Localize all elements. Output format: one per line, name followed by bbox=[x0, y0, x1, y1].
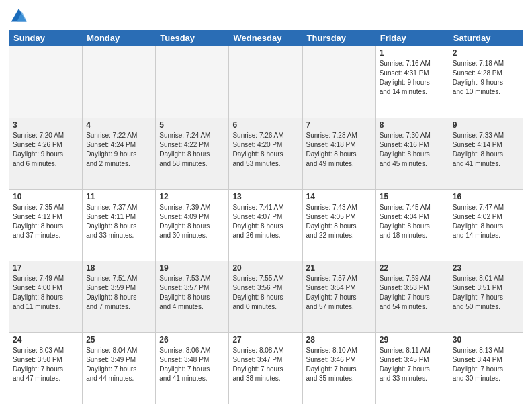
header bbox=[9, 7, 523, 26]
day-info: Sunrise: 7:39 AM Sunset: 4:09 PM Dayligh… bbox=[159, 203, 225, 240]
weekday-header: Tuesday bbox=[156, 30, 229, 46]
day-info: Sunrise: 8:04 AM Sunset: 3:49 PM Dayligh… bbox=[86, 346, 152, 383]
calendar-empty bbox=[229, 46, 302, 118]
day-info: Sunrise: 7:51 AM Sunset: 3:59 PM Dayligh… bbox=[86, 274, 152, 312]
calendar: SundayMondayTuesdayWednesdayThursdayFrid… bbox=[9, 30, 523, 404]
day-number: 8 bbox=[380, 120, 445, 130]
day-number: 5 bbox=[159, 120, 225, 130]
day-number: 7 bbox=[306, 120, 372, 130]
calendar-empty bbox=[9, 46, 83, 118]
day-number: 10 bbox=[13, 192, 79, 201]
calendar-day: 10Sunrise: 7:35 AM Sunset: 4:12 PM Dayli… bbox=[9, 190, 83, 261]
day-info: Sunrise: 7:49 AM Sunset: 4:00 PM Dayligh… bbox=[13, 274, 79, 312]
day-number: 1 bbox=[380, 48, 445, 58]
day-info: Sunrise: 7:55 AM Sunset: 3:56 PM Dayligh… bbox=[232, 274, 298, 312]
calendar-day: 4Sunrise: 7:22 AM Sunset: 4:24 PM Daylig… bbox=[83, 118, 156, 189]
day-number: 23 bbox=[453, 263, 519, 273]
calendar-week: 24Sunrise: 8:03 AM Sunset: 3:50 PM Dayli… bbox=[9, 333, 523, 404]
calendar-day: 23Sunrise: 8:01 AM Sunset: 3:51 PM Dayli… bbox=[449, 261, 523, 332]
day-number: 17 bbox=[13, 263, 79, 273]
calendar-day: 12Sunrise: 7:39 AM Sunset: 4:09 PM Dayli… bbox=[156, 190, 229, 261]
day-number: 22 bbox=[380, 263, 445, 273]
day-number: 11 bbox=[86, 192, 152, 201]
calendar-day: 30Sunrise: 8:13 AM Sunset: 3:44 PM Dayli… bbox=[449, 333, 523, 404]
weekday-header: Thursday bbox=[303, 30, 376, 46]
day-number: 14 bbox=[306, 192, 372, 201]
calendar-day: 24Sunrise: 8:03 AM Sunset: 3:50 PM Dayli… bbox=[9, 333, 83, 404]
day-number: 12 bbox=[159, 192, 225, 201]
calendar-week: 10Sunrise: 7:35 AM Sunset: 4:12 PM Dayli… bbox=[9, 190, 523, 262]
calendar-day: 8Sunrise: 7:30 AM Sunset: 4:16 PM Daylig… bbox=[376, 118, 449, 189]
day-info: Sunrise: 7:59 AM Sunset: 3:53 PM Dayligh… bbox=[380, 274, 445, 312]
weekday-header: Saturday bbox=[449, 30, 523, 46]
calendar-day: 17Sunrise: 7:49 AM Sunset: 4:00 PM Dayli… bbox=[9, 261, 83, 332]
calendar-day: 22Sunrise: 7:59 AM Sunset: 3:53 PM Dayli… bbox=[376, 261, 449, 332]
day-info: Sunrise: 7:53 AM Sunset: 3:57 PM Dayligh… bbox=[159, 274, 225, 312]
day-number: 21 bbox=[306, 263, 372, 273]
calendar-day: 16Sunrise: 7:47 AM Sunset: 4:02 PM Dayli… bbox=[449, 190, 523, 261]
day-info: Sunrise: 8:01 AM Sunset: 3:51 PM Dayligh… bbox=[453, 274, 519, 312]
weekday-header: Sunday bbox=[9, 30, 83, 46]
calendar-day: 19Sunrise: 7:53 AM Sunset: 3:57 PM Dayli… bbox=[156, 261, 229, 332]
day-info: Sunrise: 7:28 AM Sunset: 4:18 PM Dayligh… bbox=[306, 131, 372, 169]
day-info: Sunrise: 8:03 AM Sunset: 3:50 PM Dayligh… bbox=[13, 346, 79, 383]
calendar-day: 5Sunrise: 7:24 AM Sunset: 4:22 PM Daylig… bbox=[156, 118, 229, 189]
day-number: 2 bbox=[453, 48, 519, 58]
day-info: Sunrise: 7:45 AM Sunset: 4:04 PM Dayligh… bbox=[380, 203, 445, 240]
day-info: Sunrise: 7:16 AM Sunset: 4:31 PM Dayligh… bbox=[380, 59, 445, 97]
day-info: Sunrise: 7:18 AM Sunset: 4:28 PM Dayligh… bbox=[453, 59, 519, 97]
weekday-header: Friday bbox=[376, 30, 449, 46]
calendar-day: 6Sunrise: 7:26 AM Sunset: 4:20 PM Daylig… bbox=[229, 118, 302, 189]
day-info: Sunrise: 7:33 AM Sunset: 4:14 PM Dayligh… bbox=[453, 131, 519, 169]
calendar-day: 11Sunrise: 7:37 AM Sunset: 4:11 PM Dayli… bbox=[83, 190, 156, 261]
weekday-header: Wednesday bbox=[229, 30, 302, 46]
calendar-day: 27Sunrise: 8:08 AM Sunset: 3:47 PM Dayli… bbox=[229, 333, 302, 404]
calendar-week: 3Sunrise: 7:20 AM Sunset: 4:26 PM Daylig… bbox=[9, 118, 523, 190]
calendar-body: 1Sunrise: 7:16 AM Sunset: 4:31 PM Daylig… bbox=[9, 46, 523, 404]
calendar-day: 14Sunrise: 7:43 AM Sunset: 4:05 PM Dayli… bbox=[303, 190, 376, 261]
day-info: Sunrise: 7:57 AM Sunset: 3:54 PM Dayligh… bbox=[306, 274, 372, 312]
day-info: Sunrise: 8:10 AM Sunset: 3:46 PM Dayligh… bbox=[306, 346, 372, 383]
calendar-week: 1Sunrise: 7:16 AM Sunset: 4:31 PM Daylig… bbox=[9, 46, 523, 118]
weekday-header: Monday bbox=[83, 30, 156, 46]
calendar-day: 7Sunrise: 7:28 AM Sunset: 4:18 PM Daylig… bbox=[303, 118, 376, 189]
day-number: 9 bbox=[453, 120, 519, 130]
day-number: 6 bbox=[232, 120, 298, 130]
day-info: Sunrise: 7:43 AM Sunset: 4:05 PM Dayligh… bbox=[306, 203, 372, 240]
calendar-day: 2Sunrise: 7:18 AM Sunset: 4:28 PM Daylig… bbox=[449, 46, 523, 118]
calendar-day: 20Sunrise: 7:55 AM Sunset: 3:56 PM Dayli… bbox=[229, 261, 302, 332]
day-info: Sunrise: 8:13 AM Sunset: 3:44 PM Dayligh… bbox=[453, 346, 519, 383]
day-info: Sunrise: 7:35 AM Sunset: 4:12 PM Dayligh… bbox=[13, 203, 79, 240]
calendar-day: 13Sunrise: 7:41 AM Sunset: 4:07 PM Dayli… bbox=[229, 190, 302, 261]
calendar-day: 3Sunrise: 7:20 AM Sunset: 4:26 PM Daylig… bbox=[9, 118, 83, 189]
calendar-empty bbox=[303, 46, 376, 118]
logo-icon bbox=[9, 7, 28, 26]
day-number: 25 bbox=[86, 335, 152, 345]
day-number: 15 bbox=[380, 192, 445, 201]
page: SundayMondayTuesdayWednesdayThursdayFrid… bbox=[0, 0, 532, 411]
day-number: 27 bbox=[232, 335, 298, 345]
calendar-day: 26Sunrise: 8:06 AM Sunset: 3:48 PM Dayli… bbox=[156, 333, 229, 404]
day-info: Sunrise: 7:37 AM Sunset: 4:11 PM Dayligh… bbox=[86, 203, 152, 240]
day-info: Sunrise: 7:24 AM Sunset: 4:22 PM Dayligh… bbox=[159, 131, 225, 169]
day-info: Sunrise: 8:11 AM Sunset: 3:45 PM Dayligh… bbox=[380, 346, 445, 383]
day-info: Sunrise: 7:47 AM Sunset: 4:02 PM Dayligh… bbox=[453, 203, 519, 240]
day-number: 18 bbox=[86, 263, 152, 273]
day-number: 3 bbox=[13, 120, 79, 130]
day-number: 19 bbox=[159, 263, 225, 273]
calendar-day: 21Sunrise: 7:57 AM Sunset: 3:54 PM Dayli… bbox=[303, 261, 376, 332]
calendar-day: 15Sunrise: 7:45 AM Sunset: 4:04 PM Dayli… bbox=[376, 190, 449, 261]
day-number: 29 bbox=[380, 335, 445, 345]
day-number: 20 bbox=[232, 263, 298, 273]
day-number: 28 bbox=[306, 335, 372, 345]
calendar-day: 29Sunrise: 8:11 AM Sunset: 3:45 PM Dayli… bbox=[376, 333, 449, 404]
calendar-week: 17Sunrise: 7:49 AM Sunset: 4:00 PM Dayli… bbox=[9, 261, 523, 333]
calendar-day: 9Sunrise: 7:33 AM Sunset: 4:14 PM Daylig… bbox=[449, 118, 523, 189]
calendar-header: SundayMondayTuesdayWednesdayThursdayFrid… bbox=[9, 30, 523, 46]
day-info: Sunrise: 7:20 AM Sunset: 4:26 PM Dayligh… bbox=[13, 131, 79, 169]
calendar-day: 1Sunrise: 7:16 AM Sunset: 4:31 PM Daylig… bbox=[376, 46, 449, 118]
logo bbox=[9, 7, 31, 26]
day-info: Sunrise: 7:26 AM Sunset: 4:20 PM Dayligh… bbox=[232, 131, 298, 169]
calendar-day: 25Sunrise: 8:04 AM Sunset: 3:49 PM Dayli… bbox=[83, 333, 156, 404]
day-number: 26 bbox=[159, 335, 225, 345]
